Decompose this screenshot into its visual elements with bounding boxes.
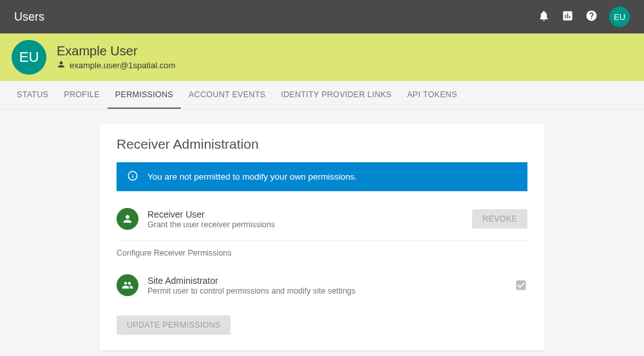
reports-icon[interactable] <box>562 10 574 24</box>
content-area: Receiver Administration You are not perm… <box>0 109 644 350</box>
tab-profile[interactable]: PROFILE <box>56 81 108 109</box>
card-title: Receiver Administration <box>117 136 527 152</box>
user-avatar-chip[interactable]: EU <box>609 6 630 27</box>
sub-permission-name: Site Administrator <box>147 276 515 286</box>
avatar-initials-large: EU <box>19 49 39 66</box>
group-circle-icon <box>117 274 138 296</box>
person-circle-icon <box>117 208 138 230</box>
avatar-initials: EU <box>614 12 625 22</box>
permission-desc: Grant the user receiver permissions <box>147 220 472 229</box>
permission-row-site-admin: Site Administrator Permit user to contro… <box>117 269 527 306</box>
alert-text: You are not permitted to modify your own… <box>147 172 357 182</box>
update-row: UPDATE PERMISSIONS <box>117 315 527 335</box>
permission-name: Receiver User <box>147 209 472 220</box>
user-email: example.user@1spatial.com <box>70 61 175 70</box>
tab-identity-provider-links[interactable]: IDENTITY PROVIDER LINKS <box>273 81 399 109</box>
user-email-row: example.user@1spatial.com <box>57 60 175 71</box>
topbar-actions: EU <box>538 6 630 27</box>
page-title: Users <box>14 10 44 24</box>
revoke-button[interactable]: REVOKE <box>472 209 527 229</box>
sub-permission-desc: Permit user to control permissions and m… <box>147 286 515 295</box>
user-header: EU Example User example.user@1spatial.co… <box>0 33 644 81</box>
permission-row-receiver-user: Receiver User Grant the user receiver pe… <box>117 203 527 240</box>
topbar: Users EU <box>0 0 644 33</box>
info-alert: You are not permitted to modify your own… <box>117 162 527 191</box>
configure-heading: Configure Receiver Permissions <box>117 248 527 258</box>
person-icon <box>57 60 66 71</box>
help-icon[interactable] <box>585 10 598 24</box>
info-icon <box>127 170 138 183</box>
user-meta: Example User example.user@1spatial.com <box>57 44 175 71</box>
update-permissions-button[interactable]: UPDATE PERMISSIONS <box>117 315 231 335</box>
tab-permissions[interactable]: PERMISSIONS <box>108 81 181 109</box>
divider <box>117 240 527 241</box>
permission-text: Receiver User Grant the user receiver pe… <box>147 209 472 229</box>
sub-permission-text: Site Administrator Permit user to contro… <box>147 276 515 295</box>
permissions-card: Receiver Administration You are not perm… <box>100 124 544 350</box>
tab-status[interactable]: STATUS <box>9 81 56 109</box>
notifications-icon[interactable] <box>538 10 550 24</box>
tabs: STATUS PROFILE PERMISSIONS ACCOUNT EVENT… <box>0 81 644 109</box>
user-avatar-large: EU <box>12 40 46 75</box>
user-name: Example User <box>57 44 175 59</box>
site-admin-checkbox[interactable] <box>515 279 527 292</box>
tab-api-tokens[interactable]: API TOKENS <box>399 81 465 109</box>
tab-account-events[interactable]: ACCOUNT EVENTS <box>181 81 273 109</box>
